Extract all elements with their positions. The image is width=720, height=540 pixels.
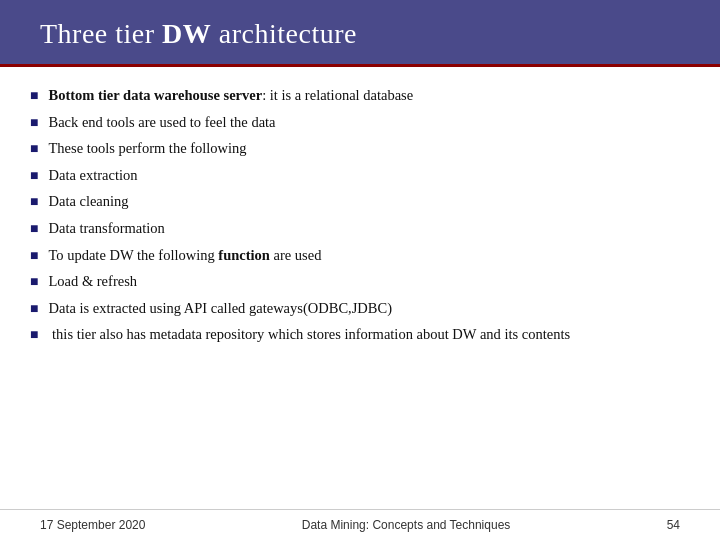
bullet-list: ■Bottom tier data warehouse server: it i… — [30, 85, 680, 351]
bullet-text: Bottom tier data warehouse server: it is… — [48, 85, 680, 105]
bullet-text: Load & refresh — [48, 271, 680, 291]
bullet-text: Data extraction — [48, 165, 680, 185]
list-item: ■Data extraction — [30, 165, 680, 186]
bullet-text: Data cleaning — [48, 191, 680, 211]
bullet-icon: ■ — [30, 113, 38, 133]
list-item: ■ this tier also has metadata repository… — [30, 324, 680, 345]
list-item: ■Data is extracted using API called gate… — [30, 298, 680, 319]
bullet-icon: ■ — [30, 219, 38, 239]
bullet-icon: ■ — [30, 192, 38, 212]
footer-page: 54 — [667, 518, 680, 532]
bullet-icon: ■ — [30, 272, 38, 292]
bullet-text: To update DW the following function are … — [48, 245, 680, 265]
bullet-text: Data is extracted using API called gatew… — [48, 298, 680, 318]
bullet-icon: ■ — [30, 325, 38, 345]
list-item: ■Bottom tier data warehouse server: it i… — [30, 85, 680, 106]
bullet-icon: ■ — [30, 139, 38, 159]
list-item: ■Back end tools are used to feel the dat… — [30, 112, 680, 133]
list-item: ■Data transformation — [30, 218, 680, 239]
bullet-text: this tier also has metadata repository w… — [48, 324, 680, 344]
title-bar: Three tier DW architecture — [0, 0, 720, 64]
slide: Three tier DW architecture ■Bottom tier … — [0, 0, 720, 540]
bullet-text: These tools perform the following — [48, 138, 680, 158]
list-item: ■Data cleaning — [30, 191, 680, 212]
list-item: ■These tools perform the following — [30, 138, 680, 159]
slide-footer: 17 September 2020 Data Mining: Concepts … — [0, 509, 720, 540]
slide-title: Three tier DW architecture — [40, 18, 357, 50]
bullet-icon: ■ — [30, 299, 38, 319]
bullet-icon: ■ — [30, 166, 38, 186]
list-item: ■Load & refresh — [30, 271, 680, 292]
bullet-icon: ■ — [30, 86, 38, 106]
bullet-text: Data transformation — [48, 218, 680, 238]
bullet-text: Back end tools are used to feel the data — [48, 112, 680, 132]
slide-content: ■Bottom tier data warehouse server: it i… — [0, 67, 720, 509]
list-item: ■To update DW the following function are… — [30, 245, 680, 266]
footer-center: Data Mining: Concepts and Techniques — [302, 518, 511, 532]
footer-date: 17 September 2020 — [40, 518, 145, 532]
bullet-icon: ■ — [30, 246, 38, 266]
